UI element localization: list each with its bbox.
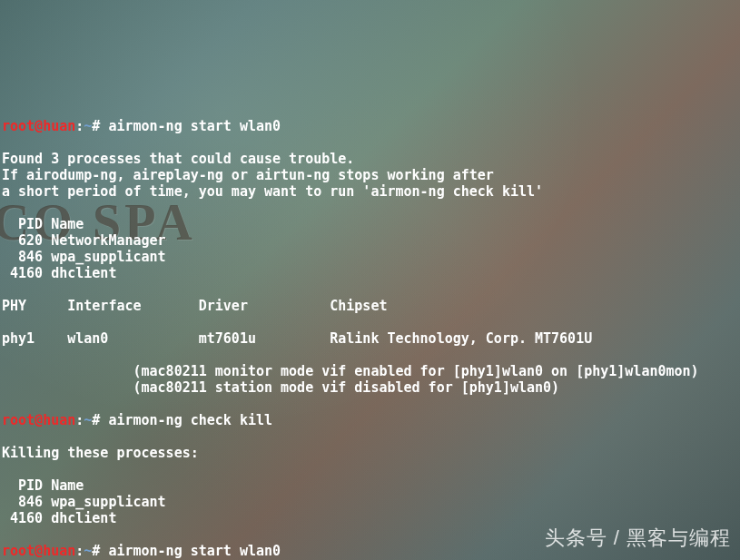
output-line: a short period of time, you may want to … xyxy=(2,183,543,200)
command-1: airmon-ng start wlan0 xyxy=(100,118,281,134)
output-line: PHY Interface Driver Chipset xyxy=(2,298,387,314)
prompt-colon: : xyxy=(75,543,84,559)
command-2: airmon-ng check kill xyxy=(100,412,272,428)
prompt-user: root@huan xyxy=(2,118,75,134)
output-line: phy1 wlan0 mt7601u Ralink Technology, Co… xyxy=(2,330,592,347)
prompt-path: ~ xyxy=(84,412,92,428)
output-line: PID Name xyxy=(2,477,84,494)
output-line: (mac80211 monitor mode vif enabled for [… xyxy=(2,363,699,379)
output-line: 4160 dhclient xyxy=(2,265,116,281)
prompt-path: ~ xyxy=(84,543,92,559)
prompt-path: ~ xyxy=(84,118,92,134)
output-line: Found 3 processes that could cause troub… xyxy=(2,151,354,167)
output-line: 620 NetworkManager xyxy=(2,232,166,249)
prompt-user: root@huan xyxy=(2,543,75,559)
output-line: PID Name xyxy=(2,216,84,232)
terminal-output[interactable]: root@huan:~# airmon-ng start wlan0 Found… xyxy=(0,114,740,560)
output-line: 846 wpa_supplicant xyxy=(2,249,166,265)
command-3: airmon-ng start wlan0 xyxy=(100,543,281,559)
prompt-user: root@huan xyxy=(2,412,75,428)
output-line: (mac80211 station mode vif disabled for … xyxy=(2,379,559,396)
output-line: Killing these processes: xyxy=(2,445,199,461)
output-line: 846 wpa_supplicant xyxy=(2,494,166,510)
prompt-colon: : xyxy=(75,118,84,134)
output-line: 4160 dhclient xyxy=(2,510,116,526)
output-line: If airodump-ng, aireplay-ng or airtun-ng… xyxy=(2,167,494,183)
watermark: 头条号 / 黑客与编程 xyxy=(545,530,731,546)
prompt-colon: : xyxy=(75,412,84,428)
